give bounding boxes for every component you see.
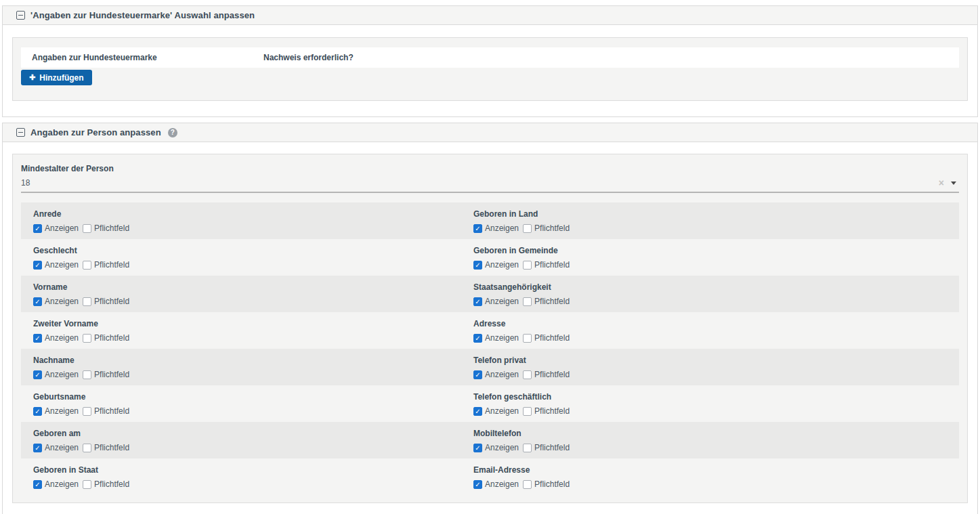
anzeigen-check-group[interactable]: ✓ Anzeigen	[33, 297, 79, 306]
pflichtfeld-check-group[interactable]: ✓ Pflichtfeld	[83, 223, 129, 233]
plus-icon: ✚	[29, 74, 35, 81]
field-cell: Telefon privat ✓ Anzeigen ✓ Pflichtfeld	[461, 356, 959, 385]
pflichtfeld-check-group[interactable]: ✓ Pflichtfeld	[523, 297, 570, 306]
field-cell: Telefon geschäftlich ✓ Anzeigen ✓ Pflich…	[461, 392, 959, 422]
field-label: Geboren in Gemeinde	[473, 246, 959, 255]
anzeigen-check-group[interactable]: ✓ Anzeigen	[33, 370, 79, 379]
field-label: Geschlecht	[33, 246, 461, 255]
pflichtfeld-checkbox[interactable]: ✓	[523, 370, 532, 379]
pflichtfeld-checkbox[interactable]: ✓	[83, 407, 91, 416]
anzeigen-checkbox[interactable]: ✓	[33, 224, 42, 233]
pflichtfeld-check-group[interactable]: ✓ Pflichtfeld	[523, 333, 570, 343]
anzeigen-checkbox[interactable]: ✓	[33, 334, 42, 343]
field-row: Geschlecht ✓ Anzeigen ✓ Pflichtfeld Gebo…	[21, 239, 959, 276]
panel-hundesteuermarke-header[interactable]: 'Angaben zur Hundesteuermarke' Auswahl a…	[3, 6, 977, 25]
anzeigen-checkbox[interactable]: ✓	[473, 480, 482, 489]
field-label: Geboren am	[33, 429, 461, 438]
pflichtfeld-checkbox[interactable]: ✓	[83, 480, 91, 489]
anzeigen-checkbox[interactable]: ✓	[473, 261, 482, 270]
anzeigen-checkbox[interactable]: ✓	[33, 297, 42, 306]
anzeigen-checkbox[interactable]: ✓	[473, 224, 482, 233]
anzeigen-check-group[interactable]: ✓ Anzeigen	[33, 333, 79, 343]
hundesteuermarke-well: Angaben zur Hundesteuermarke Nachweis er…	[12, 37, 968, 101]
pflichtfeld-checkbox[interactable]: ✓	[83, 224, 91, 233]
anzeigen-check-group[interactable]: ✓ Anzeigen	[33, 479, 79, 489]
anzeigen-checkbox[interactable]: ✓	[33, 444, 42, 452]
anzeigen-check-group[interactable]: ✓ Anzeigen	[33, 260, 79, 270]
anzeigen-check-group[interactable]: ✓ Anzeigen	[473, 370, 519, 379]
anzeigen-checkbox[interactable]: ✓	[473, 407, 482, 416]
anzeigen-checkbox[interactable]: ✓	[33, 261, 42, 270]
pflichtfeld-check-group[interactable]: ✓ Pflichtfeld	[83, 443, 129, 452]
pflichtfeld-label: Pflichtfeld	[94, 370, 129, 379]
anzeigen-checkbox[interactable]: ✓	[473, 444, 482, 452]
pflichtfeld-check-group[interactable]: ✓ Pflichtfeld	[83, 297, 129, 306]
pflichtfeld-label: Pflichtfeld	[94, 260, 129, 270]
field-cell: Geboren in Land ✓ Anzeigen ✓ Pflichtfeld	[461, 209, 959, 239]
field-label: Mobiltelefon	[473, 429, 959, 438]
field-cell: Anrede ✓ Anzeigen ✓ Pflichtfeld	[21, 209, 461, 239]
collapse-minus-icon[interactable]	[16, 128, 25, 137]
pflichtfeld-label: Pflichtfeld	[94, 297, 129, 306]
pflichtfeld-check-group[interactable]: ✓ Pflichtfeld	[523, 406, 570, 416]
anzeigen-checkbox[interactable]: ✓	[33, 370, 42, 379]
anzeigen-check-group[interactable]: ✓ Anzeigen	[473, 223, 519, 233]
add-button[interactable]: ✚ Hinzufügen	[21, 70, 92, 85]
pflichtfeld-check-group[interactable]: ✓ Pflichtfeld	[523, 479, 570, 489]
check-line: ✓ Anzeigen ✓ Pflichtfeld	[473, 333, 959, 343]
pflichtfeld-check-group[interactable]: ✓ Pflichtfeld	[83, 333, 129, 343]
pflichtfeld-check-group[interactable]: ✓ Pflichtfeld	[83, 370, 129, 379]
pflichtfeld-checkbox[interactable]: ✓	[523, 407, 532, 416]
pflichtfeld-check-group[interactable]: ✓ Pflichtfeld	[523, 370, 570, 379]
pflichtfeld-checkbox[interactable]: ✓	[523, 480, 532, 489]
anzeigen-check-group[interactable]: ✓ Anzeigen	[473, 333, 519, 343]
pflichtfeld-checkbox[interactable]: ✓	[523, 297, 532, 306]
field-label: Geboren in Staat	[33, 465, 461, 475]
panel-person-header[interactable]: Angaben zur Person anpassen ?	[3, 123, 977, 142]
anzeigen-check-group[interactable]: ✓ Anzeigen	[473, 479, 519, 489]
min-age-select[interactable]: 18 ×	[21, 178, 959, 193]
field-cell: Staatsangehörigkeit ✓ Anzeigen ✓ Pflicht…	[461, 282, 959, 312]
anzeigen-checkbox[interactable]: ✓	[473, 334, 482, 343]
table-column-angaben: Angaben zur Hundesteuermarke	[32, 53, 263, 62]
anzeigen-check-group[interactable]: ✓ Anzeigen	[473, 260, 519, 270]
pflichtfeld-check-group[interactable]: ✓ Pflichtfeld	[523, 223, 570, 233]
anzeigen-checkbox[interactable]: ✓	[33, 480, 42, 489]
field-row: Vorname ✓ Anzeigen ✓ Pflichtfeld Staatsa…	[21, 276, 959, 312]
anzeigen-check-group[interactable]: ✓ Anzeigen	[473, 297, 519, 306]
chevron-down-icon[interactable]	[951, 181, 956, 185]
pflichtfeld-checkbox[interactable]: ✓	[83, 444, 91, 452]
field-label: Nachname	[33, 356, 461, 365]
pflichtfeld-checkbox[interactable]: ✓	[523, 444, 532, 452]
field-cell: Geboren am ✓ Anzeigen ✓ Pflichtfeld	[21, 429, 461, 458]
pflichtfeld-checkbox[interactable]: ✓	[83, 261, 91, 270]
pflichtfeld-checkbox[interactable]: ✓	[523, 334, 532, 343]
anzeigen-label: Anzeigen	[485, 479, 519, 489]
anzeigen-checkbox[interactable]: ✓	[473, 297, 482, 306]
pflichtfeld-checkbox[interactable]: ✓	[83, 334, 91, 343]
collapse-minus-icon[interactable]	[16, 11, 25, 20]
anzeigen-check-group[interactable]: ✓ Anzeigen	[33, 443, 79, 452]
min-age-label: Mindestalter der Person	[21, 164, 959, 173]
pflichtfeld-check-group[interactable]: ✓ Pflichtfeld	[83, 406, 129, 416]
pflichtfeld-check-group[interactable]: ✓ Pflichtfeld	[83, 260, 129, 270]
anzeigen-check-group[interactable]: ✓ Anzeigen	[33, 223, 79, 233]
anzeigen-checkbox[interactable]: ✓	[33, 407, 42, 416]
clear-icon[interactable]: ×	[939, 178, 944, 188]
anzeigen-check-group[interactable]: ✓ Anzeigen	[473, 406, 519, 416]
pflichtfeld-checkbox[interactable]: ✓	[83, 370, 91, 379]
pflichtfeld-check-group[interactable]: ✓ Pflichtfeld	[523, 443, 570, 452]
anzeigen-check-group[interactable]: ✓ Anzeigen	[33, 406, 79, 416]
pflichtfeld-checkbox[interactable]: ✓	[83, 297, 91, 306]
pflichtfeld-check-group[interactable]: ✓ Pflichtfeld	[83, 479, 129, 489]
check-line: ✓ Anzeigen ✓ Pflichtfeld	[473, 479, 959, 489]
anzeigen-check-group[interactable]: ✓ Anzeigen	[473, 443, 519, 452]
pflichtfeld-label: Pflichtfeld	[534, 223, 570, 233]
table-header-row: Angaben zur Hundesteuermarke Nachweis er…	[21, 47, 959, 68]
pflichtfeld-checkbox[interactable]: ✓	[523, 261, 532, 270]
pflichtfeld-label: Pflichtfeld	[94, 479, 129, 489]
pflichtfeld-check-group[interactable]: ✓ Pflichtfeld	[523, 260, 570, 270]
anzeigen-checkbox[interactable]: ✓	[473, 370, 482, 379]
help-icon[interactable]: ?	[168, 128, 177, 137]
pflichtfeld-checkbox[interactable]: ✓	[523, 224, 532, 233]
